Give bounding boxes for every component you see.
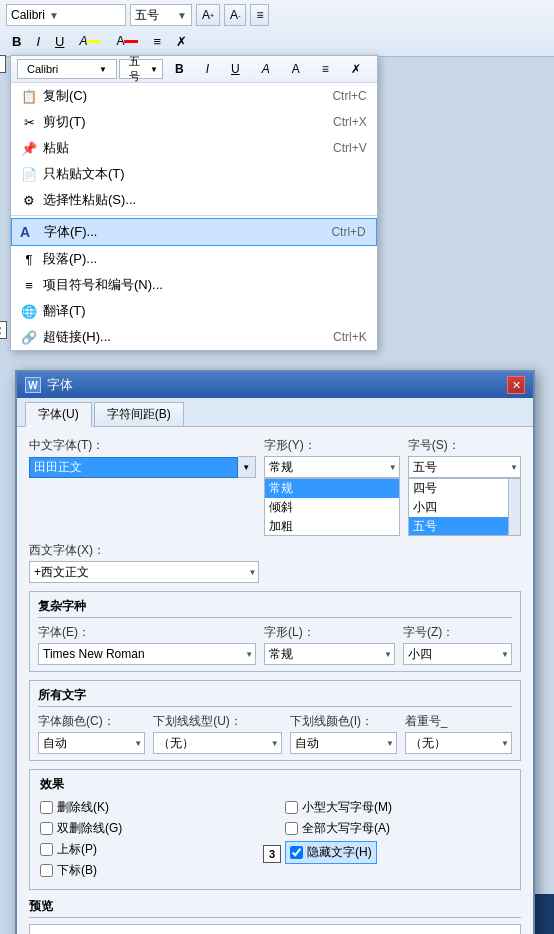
- preview-box: WPS 让办公更轻松: [29, 924, 521, 934]
- complex-font-label: 字体(E)：: [38, 624, 256, 641]
- all-chars-section: 所有文字 字体颜色(C)： 自动 ▼ 下划线线型: [29, 680, 521, 761]
- paste-special-icon: ⚙: [19, 193, 39, 208]
- ctx-list[interactable]: ≡ 项目符号和编号(N)...: [11, 272, 377, 298]
- font-size-label: 字号(S)：: [408, 437, 521, 454]
- chinese-font-input[interactable]: 田田正文: [29, 457, 238, 478]
- font-shrink-button[interactable]: A-: [224, 4, 246, 26]
- cut-icon: ✂: [19, 115, 39, 130]
- badge-1: 1: [0, 55, 6, 73]
- small-caps-row: 小型大写字母(M): [285, 799, 510, 816]
- mini-clear-button[interactable]: ✗: [341, 59, 371, 79]
- complex-size-label: 字号(Z)：: [403, 624, 512, 641]
- size-scrollbar[interactable]: [508, 479, 520, 535]
- align-button[interactable]: ≡: [147, 30, 167, 52]
- dialog-close-button[interactable]: ✕: [507, 376, 525, 394]
- hidden-text-checkbox[interactable]: [290, 846, 303, 859]
- all-caps-checkbox[interactable]: [285, 822, 298, 835]
- ctx-font[interactable]: A 字体(F)... Ctrl+D: [11, 218, 377, 246]
- western-font-input[interactable]: +西文正文 ▼: [29, 561, 259, 583]
- font-style-listbox[interactable]: 常规 倾斜 加粗: [264, 478, 400, 536]
- badge-2: 2: [0, 321, 7, 339]
- mini-size-dropdown[interactable]: 五号 ▼: [119, 59, 163, 79]
- underline-color-input[interactable]: 自动 ▼: [290, 732, 397, 754]
- subscript-row: 下标(B): [40, 862, 265, 879]
- mini-underline-button[interactable]: U: [221, 59, 250, 79]
- clear-format-button[interactable]: ✗: [170, 30, 193, 52]
- effects-grid: 删除线(K) 双删除线(G) 上标(P) 下标(B): [40, 799, 510, 883]
- mini-italic-button[interactable]: I: [196, 59, 219, 79]
- style-option-italic[interactable]: 倾斜: [265, 498, 399, 517]
- double-strikethrough-row: 双删除线(G): [40, 820, 265, 837]
- font-style-input[interactable]: 常规 ▼: [264, 456, 400, 478]
- toolbar: Calibri ▼ 五号 ▼ A+ A- ≡ B I U A A ≡ ✗: [0, 0, 554, 57]
- style-option-bold[interactable]: 加粗: [265, 517, 399, 536]
- dialog-body: 中文字体(T)： 田田正文 ▼ 字形(Y)： 常规 ▼: [17, 427, 533, 934]
- mini-font-dropdown[interactable]: Calibri ▼: [17, 59, 117, 79]
- font-name-dropdown[interactable]: Calibri ▼: [6, 4, 126, 26]
- effects-section: 效果 删除线(K) 双删除线(G): [29, 769, 521, 890]
- font-color-button[interactable]: A: [110, 30, 144, 52]
- subscript-checkbox[interactable]: [40, 864, 53, 877]
- mini-fontcolor-button[interactable]: A: [282, 59, 310, 79]
- mini-toolbar: Calibri ▼ 五号 ▼ B I U A A ≡ ✗: [11, 56, 377, 83]
- bold-button[interactable]: B: [6, 30, 27, 52]
- ctx-paste-text[interactable]: 📄 只粘贴文本(T): [11, 161, 377, 187]
- font-size-input[interactable]: 五号 ▼: [408, 456, 521, 478]
- preview-section: 预览 WPS 让办公更轻松: [29, 898, 521, 934]
- badge-3: 3: [263, 845, 281, 863]
- ctx-paste-special[interactable]: ⚙ 选择性粘贴(S)...: [11, 187, 377, 213]
- ctx-paragraph[interactable]: ¶ 段落(P)...: [11, 246, 377, 272]
- font-dialog-wrapper: W 字体 ✕ 字体(U) 字符间距(B) 中文字体(T)： 田田正文: [15, 370, 535, 934]
- tab-font[interactable]: 字体(U): [25, 402, 92, 427]
- strikethrough-row: 删除线(K): [40, 799, 265, 816]
- superscript-row: 上标(P): [40, 841, 265, 858]
- ctx-cut[interactable]: ✂ 剪切(T) Ctrl+X: [11, 109, 377, 135]
- dialog-app-icon: W: [25, 377, 41, 393]
- size-option-5[interactable]: 五号: [409, 517, 508, 536]
- copy-icon: 📋: [19, 89, 39, 104]
- emphasis-input[interactable]: （无） ▼: [405, 732, 512, 754]
- highlight-button[interactable]: A: [73, 30, 107, 52]
- paste-icon: 📌: [19, 141, 39, 156]
- font-icon: A: [20, 224, 30, 240]
- double-strikethrough-checkbox[interactable]: [40, 822, 53, 835]
- small-caps-checkbox[interactable]: [285, 801, 298, 814]
- hidden-text-row: 隐藏文字(H): [285, 841, 377, 864]
- dialog-tabs: 字体(U) 字符间距(B): [17, 398, 533, 427]
- paste-text-icon: 📄: [19, 167, 39, 182]
- dialog-title: 字体: [47, 376, 73, 394]
- ctx-copy[interactable]: 📋 复制(C) Ctrl+C: [11, 83, 377, 109]
- dialog-titlebar: W 字体 ✕: [17, 372, 533, 398]
- font-size-dropdown[interactable]: 五号 ▼: [130, 4, 192, 26]
- size-option-4[interactable]: 四号: [409, 479, 508, 498]
- mini-highlight-button[interactable]: A: [252, 59, 280, 79]
- effects-title: 效果: [40, 776, 510, 793]
- context-menu-wrapper: 1 Calibri ▼ 五号 ▼ B I U A A ≡ ✗ 📋 复制(C) C…: [10, 55, 378, 351]
- underline-type-input[interactable]: （无） ▼: [153, 732, 282, 754]
- superscript-checkbox[interactable]: [40, 843, 53, 856]
- tab-char-spacing[interactable]: 字符间距(B): [94, 402, 184, 426]
- mini-align-button[interactable]: ≡: [312, 59, 339, 79]
- complex-size-input[interactable]: 小四 ▼: [403, 643, 512, 665]
- chinese-font-dropdown-btn[interactable]: ▼: [238, 456, 256, 478]
- style-option-regular[interactable]: 常规: [265, 479, 399, 498]
- chinese-font-label: 中文字体(T)：: [29, 437, 256, 454]
- italic-button[interactable]: I: [30, 30, 46, 52]
- underline-button[interactable]: U: [49, 30, 70, 52]
- size-option-xiao4[interactable]: 小四: [409, 498, 508, 517]
- font-color-input[interactable]: 自动 ▼: [38, 732, 145, 754]
- mini-bold-button[interactable]: B: [165, 59, 194, 79]
- format-button[interactable]: ≡: [250, 4, 269, 26]
- complex-section-title: 复杂字种: [38, 598, 512, 618]
- toolbar-row1: Calibri ▼ 五号 ▼ A+ A- ≡: [6, 4, 548, 26]
- font-size-listbox[interactable]: 四号 小四 五号: [408, 478, 521, 536]
- complex-style-label: 字形(L)：: [264, 624, 395, 641]
- complex-font-input[interactable]: Times New Roman ▼: [38, 643, 256, 665]
- complex-style-input[interactable]: 常规 ▼: [264, 643, 395, 665]
- font-grow-button[interactable]: A+: [196, 4, 220, 26]
- ctx-translate[interactable]: 🌐 翻译(T): [11, 298, 377, 324]
- strikethrough-checkbox[interactable]: [40, 801, 53, 814]
- ctx-paste[interactable]: 📌 粘贴 Ctrl+V: [11, 135, 377, 161]
- ctx-hyperlink[interactable]: 🔗 超链接(H)... Ctrl+K: [11, 324, 377, 350]
- font-color-bar: [124, 40, 138, 43]
